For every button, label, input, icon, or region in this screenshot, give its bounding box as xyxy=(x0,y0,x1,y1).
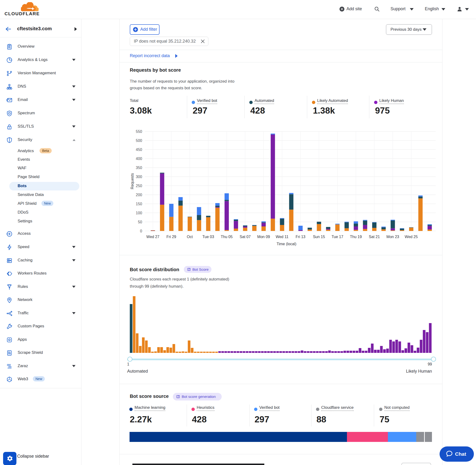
svg-text:Sun 15: Sun 15 xyxy=(313,235,325,239)
svg-text:100: 100 xyxy=(136,211,142,215)
svg-text:Sat 21: Sat 21 xyxy=(369,235,380,239)
svg-text:550: 550 xyxy=(136,129,142,134)
svg-text:150: 150 xyxy=(136,202,142,206)
svg-text:200: 200 xyxy=(136,193,142,197)
svg-text:0: 0 xyxy=(140,229,142,233)
svg-text:Sat 07: Sat 07 xyxy=(240,235,251,239)
svg-text:250: 250 xyxy=(136,184,142,188)
svg-text:50: 50 xyxy=(138,220,142,224)
svg-text:Wed 27: Wed 27 xyxy=(147,235,159,239)
svg-text:400: 400 xyxy=(136,157,142,161)
svg-text:Mon 09: Mon 09 xyxy=(257,235,270,239)
svg-text:Time (local): Time (local) xyxy=(277,242,296,246)
svg-text:450: 450 xyxy=(136,148,142,152)
svg-text:Tue 17: Tue 17 xyxy=(331,235,343,239)
svg-text:Tue 03: Tue 03 xyxy=(202,235,214,239)
svg-text:500: 500 xyxy=(136,138,142,143)
svg-text:Thu 05: Thu 05 xyxy=(221,235,233,239)
svg-text:Oct: Oct xyxy=(187,235,193,239)
svg-text:Fri 29: Fri 29 xyxy=(167,235,176,239)
svg-text:350: 350 xyxy=(136,166,142,170)
svg-text:Thu 19: Thu 19 xyxy=(350,235,362,239)
svg-text:300: 300 xyxy=(136,175,142,179)
svg-text:Wed 11: Wed 11 xyxy=(276,235,289,239)
svg-text:Mon 23: Mon 23 xyxy=(386,235,399,239)
svg-text:Fri 13: Fri 13 xyxy=(296,235,306,239)
svg-text:Wed 25: Wed 25 xyxy=(405,235,418,239)
svg-text:Requests: Requests xyxy=(130,173,134,189)
